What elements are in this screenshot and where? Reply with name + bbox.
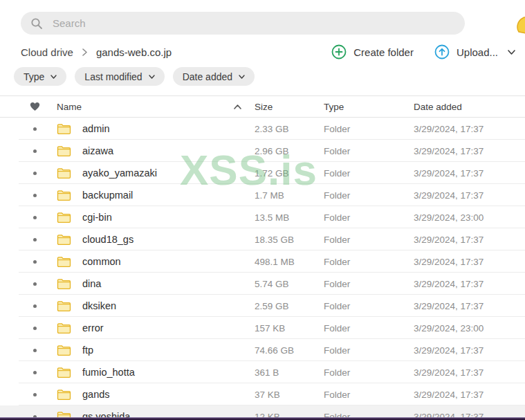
filter-type[interactable]: Type bbox=[14, 67, 66, 86]
filter-type-label: Type bbox=[24, 71, 44, 82]
table-row[interactable]: dksiken 2.59 GB Folder 3/29/2024, 17:37 bbox=[0, 295, 525, 317]
file-date-added: 3/29/2024, 17:37 bbox=[414, 345, 525, 356]
file-name[interactable]: fumio_hotta bbox=[82, 367, 135, 378]
filter-last-modified[interactable]: Last modified bbox=[75, 67, 164, 86]
favorite-dot-icon[interactable] bbox=[33, 194, 37, 197]
column-header-date-added[interactable]: Date added bbox=[414, 102, 525, 112]
create-folder-label: Create folder bbox=[353, 46, 414, 58]
search-input[interactable] bbox=[51, 17, 455, 30]
file-size: 1.72 GB bbox=[255, 168, 324, 179]
file-size: 157 KB bbox=[255, 323, 324, 334]
file-size: 2.33 GB bbox=[255, 124, 324, 134]
table-row[interactable]: gands 37 KB Folder 3/29/2024, 17:37 bbox=[0, 383, 525, 405]
file-name[interactable]: ftp bbox=[82, 345, 93, 356]
file-date-added: 3/29/2024, 23:00 bbox=[414, 212, 525, 223]
upload-menu-chevron-icon[interactable] bbox=[508, 50, 515, 55]
column-header-type[interactable]: Type bbox=[324, 102, 414, 112]
table-row[interactable]: dina 5.74 GB Folder 3/29/2024, 17:37 bbox=[0, 273, 525, 295]
chevron-down-icon bbox=[50, 75, 57, 79]
file-size: 13.5 MB bbox=[255, 212, 324, 223]
file-size: 37 KB bbox=[255, 390, 324, 400]
favorite-dot-icon[interactable] bbox=[33, 371, 37, 374]
favorite-dot-icon[interactable] bbox=[33, 393, 37, 396]
file-name[interactable]: cgi-bin bbox=[82, 212, 112, 223]
table-row[interactable]: aizawa 2.96 GB Folder 3/29/2024, 17:37 bbox=[0, 140, 525, 162]
favorite-dot-icon[interactable] bbox=[33, 327, 37, 330]
table-body: admin 2.33 GB Folder 3/29/2024, 17:37 ai… bbox=[0, 118, 525, 420]
action-buttons: Create folder Upload... bbox=[331, 44, 515, 60]
file-size: 18.35 GB bbox=[255, 235, 324, 245]
table-row[interactable]: backupmail 1.7 MB Folder 3/29/2024, 17:3… bbox=[0, 184, 525, 206]
file-size: 361 B bbox=[255, 367, 324, 378]
file-date-added: 3/29/2024, 17:37 bbox=[414, 367, 525, 378]
file-size: 5.74 GB bbox=[255, 279, 324, 289]
table-row[interactable]: common 498.1 MB Folder 3/29/2024, 17:37 bbox=[0, 250, 525, 273]
favorite-dot-icon[interactable] bbox=[33, 172, 37, 175]
favorite-dot-icon[interactable] bbox=[33, 216, 37, 219]
file-type: Folder bbox=[324, 367, 414, 378]
file-name[interactable]: dina bbox=[82, 278, 101, 289]
table-row[interactable]: error 157 KB Folder 3/29/2024, 23:00 bbox=[0, 317, 525, 339]
favorite-dot-icon[interactable] bbox=[33, 282, 37, 286]
filter-chips: Type Last modified Date added bbox=[14, 67, 255, 86]
column-header-size[interactable]: Size bbox=[255, 102, 324, 112]
file-name[interactable]: cloud18_gs bbox=[82, 234, 133, 245]
favorite-dot-icon[interactable] bbox=[33, 149, 37, 153]
table-row[interactable]: cloud18_gs 18.35 GB Folder 3/29/2024, 17… bbox=[0, 228, 525, 250]
table-row[interactable]: cgi-bin 13.5 MB Folder 3/29/2024, 23:00 bbox=[0, 206, 525, 228]
table-row[interactable]: admin 2.33 GB Folder 3/29/2024, 17:37 bbox=[0, 118, 525, 140]
chevron-down-icon bbox=[149, 75, 155, 79]
search-bar[interactable] bbox=[21, 12, 465, 35]
folder-icon bbox=[57, 300, 71, 312]
file-name[interactable]: admin bbox=[82, 123, 110, 134]
nav-row: Cloud drive gands-web.co.jp Create folde… bbox=[21, 42, 515, 62]
folder-icon bbox=[57, 145, 71, 157]
favorite-dot-icon[interactable] bbox=[33, 260, 37, 264]
favorite-dot-icon[interactable] bbox=[33, 304, 37, 308]
file-type: Folder bbox=[324, 279, 414, 289]
create-folder-button[interactable]: Create folder bbox=[331, 44, 414, 60]
breadcrumb-chevron-icon bbox=[82, 48, 87, 56]
table-row[interactable]: ftp 74.66 GB Folder 3/29/2024, 17:37 bbox=[0, 339, 525, 361]
notification-bell-icon[interactable] bbox=[515, 15, 525, 35]
file-name[interactable]: common bbox=[82, 256, 121, 267]
file-size: 1.7 MB bbox=[255, 190, 324, 201]
breadcrumb-current-folder[interactable]: gands-web.co.jp bbox=[96, 46, 172, 58]
favorite-dot-icon[interactable] bbox=[33, 238, 37, 241]
folder-icon bbox=[57, 256, 71, 268]
file-date-added: 3/29/2024, 17:37 bbox=[414, 390, 525, 400]
file-type: Folder bbox=[324, 146, 414, 156]
file-date-added: 3/29/2024, 17:37 bbox=[414, 279, 525, 289]
file-name[interactable]: gands bbox=[82, 389, 110, 400]
file-type: Folder bbox=[324, 124, 414, 134]
file-name[interactable]: dksiken bbox=[82, 300, 116, 311]
upload-button[interactable]: Upload... bbox=[434, 44, 498, 60]
file-type: Folder bbox=[324, 301, 414, 311]
table-row[interactable]: ayako_yamazaki 1.72 GB Folder 3/29/2024,… bbox=[0, 162, 525, 184]
file-name[interactable]: ayako_yamazaki bbox=[82, 167, 157, 179]
file-type: Folder bbox=[324, 323, 414, 334]
upload-label: Upload... bbox=[457, 46, 498, 58]
folder-icon bbox=[57, 367, 71, 378]
favorite-dot-icon[interactable] bbox=[33, 127, 37, 131]
file-date-added: 3/29/2024, 17:37 bbox=[414, 190, 525, 201]
favorite-dot-icon[interactable] bbox=[33, 349, 37, 352]
filter-date-added-label: Date added bbox=[183, 71, 232, 82]
file-name[interactable]: backupmail bbox=[82, 190, 133, 201]
file-name[interactable]: aizawa bbox=[82, 145, 113, 156]
file-type: Folder bbox=[324, 168, 414, 179]
folder-icon bbox=[57, 123, 71, 135]
breadcrumb-cloud-drive[interactable]: Cloud drive bbox=[21, 46, 73, 58]
column-header-name[interactable]: Name bbox=[50, 102, 234, 112]
file-size: 2.96 GB bbox=[255, 146, 324, 156]
file-type: Folder bbox=[324, 390, 414, 400]
file-date-added: 3/29/2024, 17:37 bbox=[414, 124, 525, 134]
sort-ascending-icon[interactable] bbox=[234, 104, 241, 109]
filter-date-added[interactable]: Date added bbox=[173, 67, 255, 86]
file-size: 498.1 MB bbox=[255, 257, 324, 267]
file-name[interactable]: error bbox=[82, 322, 104, 334]
plus-circle-icon bbox=[331, 44, 347, 60]
folder-icon bbox=[57, 190, 71, 201]
table-row[interactable]: fumio_hotta 361 B Folder 3/29/2024, 17:3… bbox=[0, 361, 525, 383]
favorite-heart-icon[interactable] bbox=[30, 102, 40, 111]
